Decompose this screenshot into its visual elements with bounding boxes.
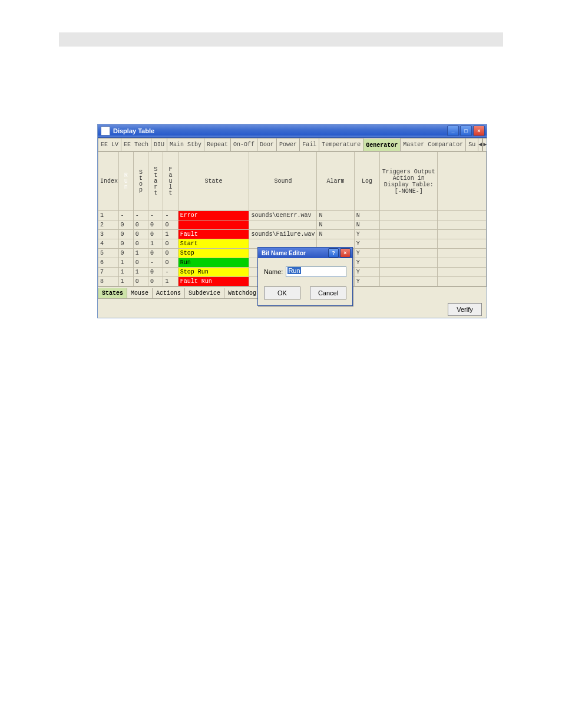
tab-main-stby[interactable]: Main Stby: [167, 138, 204, 151]
table-cell[interactable]: [380, 220, 438, 230]
table-cell[interactable]: 0: [148, 277, 163, 286]
table-cell[interactable]: 0: [148, 220, 163, 230]
table-cell[interactable]: 1: [118, 277, 133, 286]
btab-actions[interactable]: Actions: [152, 288, 185, 299]
tab-nav-left-button[interactable]: ◄: [478, 138, 482, 151]
table-cell[interactable]: 0: [148, 230, 163, 239]
table-cell[interactable]: 0: [163, 239, 178, 249]
table-cell[interactable]: Error: [178, 211, 249, 220]
window-minimize-button[interactable]: _: [447, 126, 459, 136]
table-cell[interactable]: 0: [118, 239, 133, 249]
table-cell[interactable]: -: [163, 211, 178, 220]
btab-subdevice[interactable]: Subdevice: [184, 288, 224, 299]
table-cell[interactable]: [438, 220, 487, 230]
table-cell[interactable]: 0: [148, 268, 163, 277]
table-cell[interactable]: 1: [133, 268, 148, 277]
tab-diu[interactable]: DIU: [151, 138, 167, 151]
window-maximize-button[interactable]: □: [460, 126, 472, 136]
table-cell[interactable]: 0: [133, 230, 148, 239]
dialog-titlebar[interactable]: Bit Name Editor ? ×: [258, 248, 352, 258]
table-cell[interactable]: 2: [98, 220, 119, 230]
table-cell[interactable]: -: [148, 258, 163, 268]
col-run[interactable]: Run: [118, 152, 133, 211]
table-cell[interactable]: Y: [354, 277, 380, 286]
table-cell[interactable]: [438, 268, 487, 277]
btab-watchdog[interactable]: Watchdog: [224, 288, 260, 299]
table-cell[interactable]: Y: [354, 239, 380, 249]
dialog-cancel-button[interactable]: Cancel: [310, 286, 346, 299]
table-cell[interactable]: N: [354, 211, 380, 220]
tab-fail[interactable]: Fail: [299, 138, 319, 151]
table-cell[interactable]: Y: [354, 230, 380, 239]
table-cell[interactable]: [380, 230, 438, 239]
table-cell[interactable]: [438, 277, 487, 286]
table-row[interactable]: 1----Errorsounds\GenErr.wavNN: [98, 211, 487, 220]
table-cell[interactable]: [438, 258, 487, 268]
tab-power[interactable]: Power: [276, 138, 300, 151]
table-cell[interactable]: [380, 258, 438, 268]
col-trigger[interactable]: Triggers Output Action in Display Table:…: [380, 152, 438, 211]
table-cell[interactable]: [380, 249, 438, 258]
table-cell[interactable]: [249, 220, 317, 230]
table-cell[interactable]: 0: [118, 230, 133, 239]
table-cell[interactable]: 1: [118, 258, 133, 268]
table-cell[interactable]: N: [354, 220, 380, 230]
table-cell[interactable]: [178, 220, 249, 230]
table-cell[interactable]: Y: [354, 249, 380, 258]
table-cell[interactable]: 1: [118, 268, 133, 277]
tab-su[interactable]: Su: [465, 138, 478, 151]
btab-states[interactable]: States: [98, 288, 127, 299]
table-cell[interactable]: Fault: [178, 230, 249, 239]
table-row[interactable]: 30001Faultsounds\Failure.wavNY: [98, 230, 487, 239]
tab-ee-tech[interactable]: EE Tech: [121, 138, 151, 151]
tab-temperature[interactable]: Temperature: [319, 138, 363, 151]
table-cell[interactable]: 0: [133, 239, 148, 249]
table-cell[interactable]: 8: [98, 277, 119, 286]
table-cell[interactable]: 0: [133, 258, 148, 268]
table-cell[interactable]: 3: [98, 230, 119, 239]
table-row[interactable]: 20000NN: [98, 220, 487, 230]
table-cell[interactable]: -: [133, 211, 148, 220]
col-index[interactable]: Index: [98, 152, 119, 211]
dialog-close-button[interactable]: ×: [340, 248, 351, 258]
table-cell[interactable]: Y: [354, 268, 380, 277]
table-cell[interactable]: [380, 268, 438, 277]
col-start[interactable]: Start: [148, 152, 163, 211]
table-cell[interactable]: N: [317, 230, 354, 239]
table-cell[interactable]: -: [118, 211, 133, 220]
table-cell[interactable]: 0: [133, 277, 148, 286]
table-cell[interactable]: [438, 249, 487, 258]
table-cell[interactable]: [380, 239, 438, 249]
table-cell[interactable]: 0: [163, 258, 178, 268]
dialog-help-button[interactable]: ?: [328, 248, 339, 258]
table-cell[interactable]: 6: [98, 258, 119, 268]
table-cell[interactable]: 1: [163, 230, 178, 239]
tab-door[interactable]: Door: [257, 138, 277, 151]
table-cell[interactable]: 1: [98, 211, 119, 220]
table-cell[interactable]: Run: [178, 258, 249, 268]
table-cell[interactable]: -: [148, 211, 163, 220]
table-cell[interactable]: Stop: [178, 249, 249, 258]
table-cell[interactable]: Y: [354, 258, 380, 268]
col-alarm[interactable]: Alarm: [317, 152, 354, 211]
table-cell[interactable]: N: [317, 211, 354, 220]
table-cell[interactable]: sounds\Failure.wav: [249, 230, 317, 239]
table-cell[interactable]: 4: [98, 239, 119, 249]
col-sound[interactable]: Sound: [249, 152, 317, 211]
tab-repeat[interactable]: Repeat: [204, 138, 231, 151]
window-close-button[interactable]: ×: [473, 126, 485, 136]
tab-generator[interactable]: Generator: [363, 139, 401, 151]
window-titlebar[interactable]: Display Table _ □ ×: [98, 124, 487, 138]
table-cell[interactable]: 0: [163, 220, 178, 230]
table-cell[interactable]: sounds\GenErr.wav: [249, 211, 317, 220]
table-cell[interactable]: -: [163, 268, 178, 277]
table-cell[interactable]: N: [317, 220, 354, 230]
col-state[interactable]: State: [178, 152, 249, 211]
tab-ee-lv[interactable]: EE LV: [98, 138, 121, 151]
btab-mouse[interactable]: Mouse: [127, 288, 153, 299]
table-cell[interactable]: Fault Run: [178, 277, 249, 286]
table-cell[interactable]: 7: [98, 268, 119, 277]
table-cell[interactable]: Start: [178, 239, 249, 249]
table-cell[interactable]: [438, 239, 487, 249]
col-log[interactable]: Log: [354, 152, 380, 211]
